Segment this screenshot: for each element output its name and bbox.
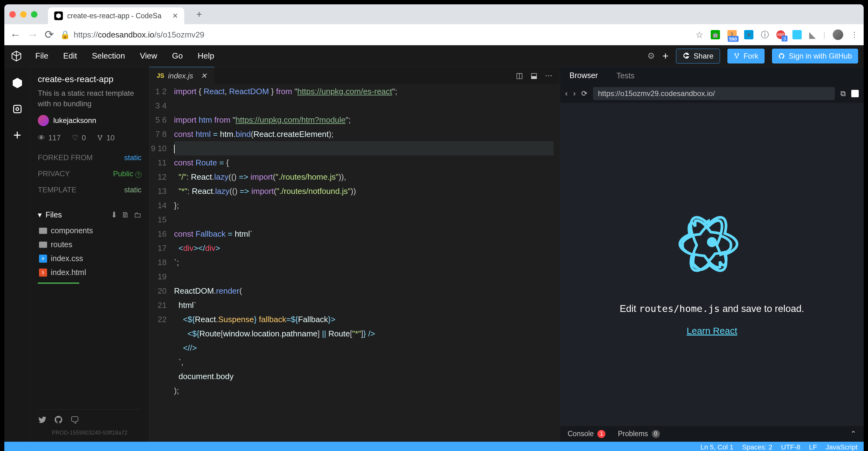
close-tab-icon[interactable]: ✕ — [172, 12, 178, 20]
stat-views: 👁117 — [38, 133, 61, 142]
fork-button[interactable]: Fork — [727, 49, 765, 63]
file-item[interactable]: #index.css — [38, 251, 142, 266]
preview-pane: Browser Tests ‹ › ⟳ https://o15ozmv29.co… — [560, 67, 864, 442]
template-value[interactable]: static — [124, 185, 142, 194]
browser-menu-icon[interactable]: ⋮ — [851, 30, 858, 39]
menu-file[interactable]: File — [35, 51, 48, 61]
extension-icon[interactable] — [793, 30, 802, 39]
stat-forks: 10 — [97, 133, 115, 142]
new-tab-button[interactable]: + — [195, 10, 204, 19]
bookmark-icon[interactable]: ☆ — [695, 30, 703, 40]
chevron-up-icon[interactable]: ⌃ — [850, 430, 856, 438]
eol[interactable]: LF — [809, 443, 817, 451]
back-button[interactable]: ← — [10, 28, 21, 41]
twitter-icon[interactable] — [38, 415, 47, 426]
svg-point-4 — [16, 108, 19, 111]
reload-button[interactable]: ⟳ — [44, 28, 54, 41]
settings-icon[interactable]: ⚙ — [647, 51, 655, 61]
code-content[interactable]: import { React, ReactDOM } from "https:/… — [174, 84, 560, 442]
close-tab-icon[interactable]: ✕ — [201, 71, 207, 80]
preview-tabs: Browser Tests — [560, 67, 864, 84]
menu-view[interactable]: View — [140, 51, 157, 61]
html-file-icon: 5 — [39, 269, 47, 277]
tab-title: create-es-react-app - CodeSa — [67, 12, 161, 20]
code-editor[interactable]: 1 2 3 4 5 6 7 8 9 10 11 12 13 14 15 16 1… — [149, 84, 560, 442]
fork-icon — [734, 53, 740, 59]
close-window[interactable] — [9, 11, 16, 18]
menu-go[interactable]: Go — [172, 51, 183, 61]
browser-tab[interactable]: create-es-react-app - CodeSa ✕ — [48, 7, 184, 24]
extension-icon[interactable]: ⚛ — [744, 30, 753, 39]
extension-icon[interactable]: ◣ — [809, 30, 816, 40]
spectrum-icon[interactable]: 🗨 — [70, 415, 79, 426]
adblock-icon[interactable]: ABP3 — [776, 30, 785, 39]
forked-from-label: FORKED FROM — [38, 153, 93, 162]
folder-icon — [39, 228, 47, 234]
extension-icon[interactable]: 🤖 — [711, 30, 720, 39]
extension-icon[interactable]: 1590 — [727, 30, 737, 39]
split-vertical-icon[interactable]: ◫ — [516, 71, 523, 80]
forward-icon[interactable]: › — [573, 89, 576, 98]
settings-gear-icon[interactable] — [10, 102, 24, 116]
menu-selection[interactable]: Selection — [92, 51, 125, 61]
more-icon[interactable]: ⋯ — [545, 71, 553, 80]
forked-from-value[interactable]: static — [124, 153, 142, 162]
address-bar[interactable]: 🔒 https://codesandbox.io/s/o15ozmv29 — [60, 30, 689, 40]
file-item[interactable]: 5index.html — [38, 266, 142, 279]
back-icon[interactable]: ‹ — [565, 89, 568, 98]
add-icon[interactable]: + — [10, 128, 24, 142]
svg-point-5 — [98, 136, 99, 136]
profile-avatar[interactable] — [833, 29, 843, 40]
open-external-icon[interactable] — [851, 90, 859, 97]
learn-react-link[interactable]: Learn React — [686, 326, 737, 336]
minimize-window[interactable] — [20, 11, 27, 18]
indentation[interactable]: Spaces: 2 — [742, 443, 772, 451]
preview-url-input[interactable]: https://o15ozmv29.codesandbox.io/ — [593, 87, 835, 100]
menu-edit[interactable]: Edit — [63, 51, 77, 61]
app-header: File Edit Selection View Go Help ⚙ + ⮈ S… — [4, 45, 864, 67]
svg-rect-3 — [13, 105, 21, 113]
cursor-position[interactable]: Ln 5, Col 1 — [701, 443, 733, 451]
maximize-window[interactable] — [31, 11, 37, 18]
fork-icon — [97, 135, 103, 141]
privacy-value: Public ? — [113, 170, 142, 178]
explorer-icon[interactable] — [10, 76, 24, 90]
info-icon[interactable]: ⓘ — [761, 29, 769, 40]
svg-point-7 — [100, 139, 101, 140]
tab-tests[interactable]: Tests — [607, 67, 644, 84]
react-logo — [662, 193, 762, 292]
status-bar: Ln 5, Col 1 Spaces: 2 UTF-8 LF JavaScrip… — [4, 442, 864, 451]
github-signin-button[interactable]: Sign in with GitHub — [772, 49, 858, 63]
console-tab[interactable]: Console 1 — [568, 430, 606, 438]
folder-item[interactable]: routes — [38, 238, 142, 251]
problems-count: 0 — [652, 430, 660, 438]
codesandbox-logo[interactable] — [10, 50, 23, 63]
share-button[interactable]: ⮈ Share — [676, 49, 720, 63]
editor-tab[interactable]: JS index.js ✕ — [149, 67, 214, 84]
split-horizontal-icon[interactable]: ⬓ — [530, 71, 537, 80]
reload-icon[interactable]: ⟳ — [581, 89, 587, 98]
project-stats: 👁117 ♡0 10 — [38, 133, 142, 142]
copy-icon[interactable]: ⧉ — [840, 89, 846, 98]
console-count: 1 — [597, 430, 606, 438]
new-file-icon[interactable]: 🗎 — [122, 210, 129, 219]
author-link[interactable]: lukejacksonn — [38, 115, 142, 126]
problems-tab[interactable]: Problems 0 — [618, 430, 660, 438]
share-icon: ⮈ — [683, 52, 690, 60]
new-folder-icon[interactable]: 🗀 — [134, 210, 142, 219]
eye-icon: 👁 — [38, 133, 45, 142]
github-icon[interactable] — [54, 415, 63, 426]
author-avatar — [38, 115, 49, 126]
add-icon[interactable]: + — [662, 50, 669, 62]
download-icon[interactable]: ⬇ — [111, 210, 117, 219]
stat-likes[interactable]: ♡0 — [72, 133, 86, 142]
help-icon[interactable]: ? — [135, 172, 142, 178]
files-section-header[interactable]: ▾ Files ⬇ 🗎 🗀 — [38, 210, 142, 219]
menu-help[interactable]: Help — [197, 51, 214, 61]
language-mode[interactable]: JavaScript — [826, 443, 858, 451]
line-numbers: 1 2 3 4 5 6 7 8 9 10 11 12 13 14 15 16 1… — [149, 84, 174, 442]
encoding[interactable]: UTF-8 — [781, 443, 800, 451]
forward-button[interactable]: → — [27, 28, 38, 41]
folder-item[interactable]: components — [38, 223, 142, 238]
tab-browser[interactable]: Browser — [560, 67, 607, 84]
